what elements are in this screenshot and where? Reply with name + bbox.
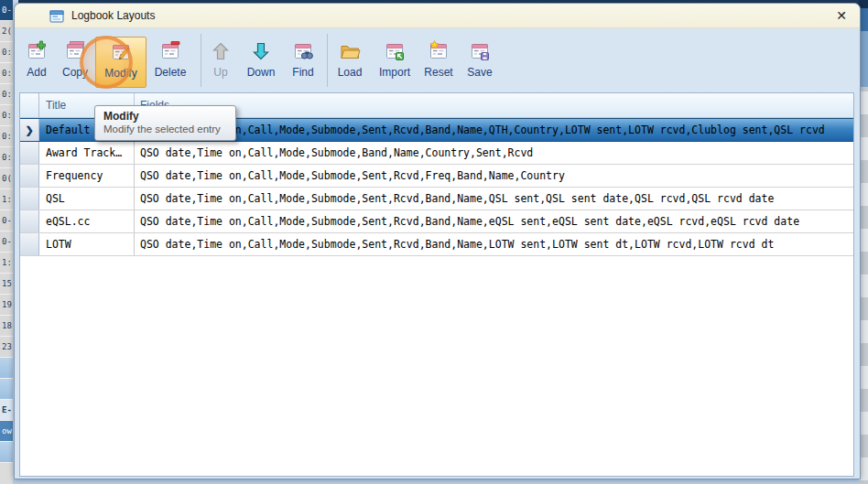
row-title: eQSL.cc: [39, 210, 135, 232]
background-text-fragment: [0, 442, 13, 463]
background-text-fragment: 0-: [0, 0, 13, 21]
row-fields: QSO date,Time on,Call,Mode,Submode,Sent,…: [135, 188, 853, 210]
logbook-layouts-window-icon: [49, 9, 64, 24]
table-row-eqsl[interactable]: eQSL.cc QSO date,Time on,Call,Mode,Submo…: [20, 210, 853, 233]
toolbar-separator: [327, 34, 328, 87]
background-text-fragment: 0:: [0, 42, 13, 63]
selected-row-arrow-icon: ❯: [25, 125, 33, 135]
close-icon[interactable]: ✕: [830, 6, 852, 26]
background-text-fragment: 15: [0, 274, 13, 295]
save-button-label: Save: [467, 66, 492, 79]
find-icon: [292, 40, 314, 62]
find-button[interactable]: Find: [287, 37, 320, 88]
row-fields: QSO date,Time on,Call,Mode,Submode,Sent,…: [135, 210, 853, 232]
background-text-fragment: [0, 379, 13, 400]
background-text-fragment: 0-: [0, 210, 13, 231]
row-title: Award Track…: [39, 142, 135, 164]
background-text-fragment: 2(: [0, 21, 13, 42]
row-selector[interactable]: [20, 188, 39, 210]
background-text-fragment: 0:: [0, 84, 13, 105]
row-fields: QSO date,Time on,Call,Mode,Submode,Sent,…: [135, 165, 853, 187]
reset-icon: [428, 40, 450, 62]
import-icon: [384, 40, 406, 62]
background-text-fragment: [0, 358, 13, 379]
table-row-award-tracking[interactable]: Award Track… QSO date,Time on,Call,Mode,…: [20, 142, 853, 165]
delete-button[interactable]: Delete: [148, 37, 192, 88]
add-button-label: Add: [27, 66, 46, 79]
dialog-titlebar[interactable]: Logbook Layouts ✕: [15, 4, 860, 28]
find-button-label: Find: [292, 66, 313, 79]
copy-icon: [64, 40, 86, 62]
column-header-fields[interactable]: Fields: [135, 93, 853, 117]
up-button[interactable]: Up: [206, 37, 235, 88]
row-title: LOTW: [39, 233, 135, 255]
up-arrow-icon: [210, 40, 232, 62]
background-text-fragment: E-: [0, 400, 13, 421]
table-row-lotw[interactable]: LOTW QSO date,Time on,Call,Mode,Submode,…: [20, 233, 853, 256]
import-button[interactable]: Import: [373, 37, 417, 88]
delete-button-label: Delete: [155, 66, 187, 79]
background-text-fragment: 1:: [0, 253, 13, 274]
save-button[interactable]: Save: [461, 37, 498, 88]
modify-tooltip: Modify Modify the selected entry: [94, 105, 236, 141]
down-button-label: Down: [247, 66, 276, 79]
background-text-fragment: 23: [0, 337, 13, 358]
background-text-fragment: ow: [0, 421, 13, 442]
row-selector[interactable]: [20, 142, 39, 164]
copy-button-label: Copy: [62, 66, 88, 79]
toolbar-separator: [201, 34, 201, 87]
background-text-fragment: 1:: [0, 189, 13, 210]
logbook-layouts-dialog: Logbook Layouts ✕ Add Copy Modify Delete…: [14, 3, 861, 479]
layouts-grid: Title Fields ❯ Default QSO date,Time on,…: [19, 92, 854, 477]
background-text-fragment: 0-: [0, 231, 13, 253]
row-selector[interactable]: ❯: [20, 119, 39, 141]
import-button-label: Import: [379, 66, 410, 79]
down-arrow-icon: [250, 40, 272, 62]
background-text-fragment: 0:: [0, 105, 13, 126]
save-floppy-icon: [469, 40, 491, 62]
load-button-label: Load: [338, 66, 363, 79]
row-fields: QSO date,Time on,Call,Mode,Submode,Band,…: [135, 142, 853, 164]
row-title: QSL: [39, 188, 135, 210]
up-button-label: Up: [213, 66, 227, 79]
tooltip-body: Modify the selected entry: [103, 124, 227, 134]
tooltip-title: Modify: [103, 110, 227, 123]
background-text-fragment: 0:: [0, 63, 13, 84]
row-selector[interactable]: [20, 233, 39, 255]
load-folder-icon: [339, 40, 361, 62]
row-selector[interactable]: [20, 210, 39, 232]
background-text-fragment: 18: [0, 316, 13, 337]
modify-button[interactable]: Modify: [95, 37, 146, 88]
background-window-left-sliver[interactable]: 0-2(0:0:0:0:0:0:0(1:0-0-1:15191823E-ow: [0, 0, 13, 484]
background-text-fragment: 19: [0, 295, 13, 316]
background-text-fragment: 0:: [0, 147, 13, 168]
row-selector-header: [20, 93, 39, 117]
copy-button[interactable]: Copy: [56, 37, 94, 88]
add-icon: [26, 40, 48, 62]
add-button[interactable]: Add: [19, 37, 54, 88]
reset-button[interactable]: Reset: [420, 37, 457, 88]
row-selector[interactable]: [20, 165, 39, 187]
background-text-fragment: 0(: [0, 168, 13, 189]
down-button[interactable]: Down: [241, 37, 281, 88]
table-row-qsl[interactable]: QSL QSO date,Time on,Call,Mode,Submode,S…: [20, 188, 853, 210]
dialog-title: Logbook Layouts: [71, 9, 155, 22]
reset-button-label: Reset: [424, 66, 452, 79]
delete-icon: [159, 40, 181, 62]
modify-icon: [110, 41, 132, 63]
load-button[interactable]: Load: [332, 37, 367, 88]
row-fields: QSO date,Time on,Call,Mode,Submode,Sent,…: [135, 119, 853, 141]
modify-button-label: Modify: [104, 67, 136, 80]
row-fields: QSO date,Time on,Call,Mode,Submode,Sent,…: [135, 233, 853, 255]
table-row-frequency[interactable]: Frequency QSO date,Time on,Call,Mode,Sub…: [20, 165, 853, 188]
row-title: Frequency: [39, 165, 135, 187]
background-text-fragment: 0:: [0, 126, 13, 147]
toolbar: Add Copy Modify Delete Up Down Find: [15, 28, 860, 92]
